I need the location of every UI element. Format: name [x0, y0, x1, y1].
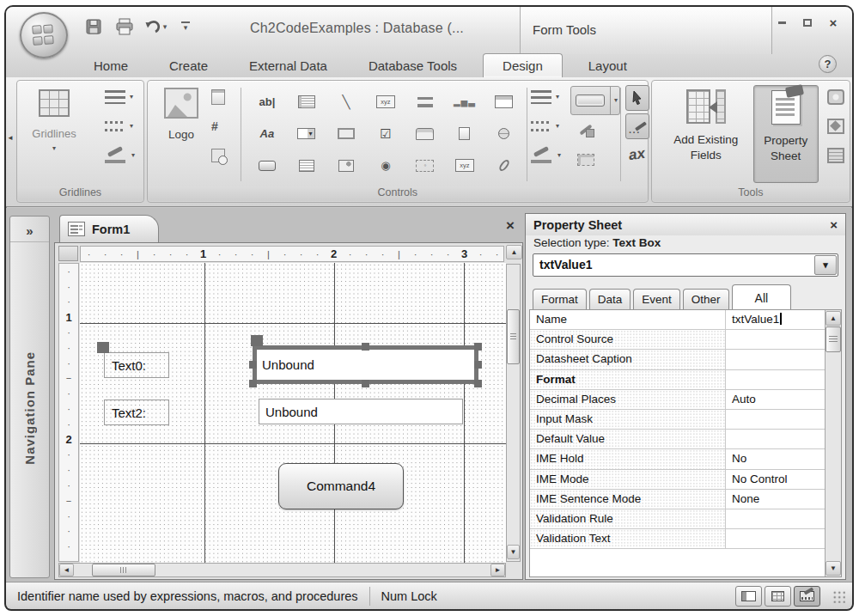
resize-handle[interactable]	[474, 380, 482, 387]
label-icon[interactable]: Aa	[247, 118, 287, 149]
add-existing-fields-button[interactable]: Add ExistingFields	[662, 85, 750, 163]
toggle-button-icon[interactable]	[287, 86, 326, 118]
command4-button[interactable]: Command4	[278, 463, 404, 509]
horizontal-scroll-thumb[interactable]	[92, 564, 155, 576]
move-handle[interactable]	[97, 342, 109, 353]
property-value[interactable]	[726, 410, 825, 429]
property-row-validation-text[interactable]: Validation Text	[530, 529, 825, 549]
scroll-right-icon[interactable]: ►	[490, 564, 505, 576]
minimize-button[interactable]	[775, 17, 789, 28]
activex-controls-button[interactable]: ax	[625, 142, 649, 168]
property-row-ime-mode[interactable]: IME ModeNo Control	[530, 470, 825, 490]
use-control-wizards-button[interactable]	[625, 113, 649, 139]
maximize-button[interactable]	[801, 17, 814, 28]
save-button[interactable]	[82, 16, 106, 37]
property-row-format[interactable]: Format	[530, 370, 825, 390]
tab-home[interactable]: Home	[78, 54, 143, 77]
label-text2[interactable]: Text2:	[104, 399, 169, 425]
property-tab-other[interactable]: Other	[683, 289, 729, 309]
property-value[interactable]	[726, 430, 825, 448]
insert-page-icon[interactable]	[445, 118, 484, 149]
move-handle[interactable]	[251, 335, 263, 346]
combo-box-icon[interactable]	[287, 118, 326, 149]
property-row-ime-hold[interactable]: IME HoldNo	[530, 449, 825, 469]
tab-order-button[interactable]	[827, 88, 844, 107]
property-row-decimal-places[interactable]: Decimal PlacesAuto	[530, 390, 825, 410]
scroll-up-icon[interactable]: ▲	[825, 311, 841, 326]
gridline-color-button[interactable]: ▾	[105, 146, 135, 165]
control-line-color-button[interactable]: ▾	[531, 146, 561, 165]
property-row-control-source[interactable]: Control Source	[530, 330, 825, 350]
set-control-defaults-button[interactable]: ▾	[570, 86, 620, 115]
control-line-width-button[interactable]: ▾	[531, 117, 561, 136]
hyperlink-icon[interactable]	[484, 118, 524, 149]
view-code-button[interactable]	[827, 117, 844, 136]
property-value[interactable]: None	[726, 490, 825, 509]
select-button[interactable]	[625, 85, 649, 111]
vertical-scroll-thumb[interactable]	[507, 309, 520, 364]
help-button[interactable]: ?	[819, 55, 837, 73]
tab-form1[interactable]: Form1	[59, 215, 159, 242]
property-scrollbar[interactable]: ▲ ▼	[825, 310, 841, 576]
property-tab-event[interactable]: Event	[633, 289, 680, 309]
property-value[interactable]	[726, 370, 825, 389]
property-value[interactable]: Auto	[726, 390, 825, 409]
customize-qat-button[interactable]: ▾	[181, 21, 190, 32]
property-tab-format[interactable]: Format	[533, 289, 587, 309]
expand-pane-chevron-icon[interactable]: »	[10, 220, 49, 242]
date-time-button[interactable]	[211, 146, 225, 165]
undo-dropdown-caret[interactable]: ▾	[163, 23, 168, 31]
subform-icon[interactable]	[484, 86, 524, 118]
navigation-pane-collapsed[interactable]: » Navigation Pane	[9, 216, 50, 578]
select-all-button[interactable]	[577, 150, 594, 169]
property-row-datasheet-caption[interactable]: Datasheet Caption	[530, 350, 825, 369]
property-row-input-mask[interactable]: Input Mask	[530, 410, 825, 430]
scroll-up-icon[interactable]: ▲	[506, 245, 522, 259]
horizontal-scrollbar[interactable]: ◄ ►	[58, 563, 506, 577]
property-sheet-button[interactable]: PropertySheet	[753, 85, 819, 183]
page-numbers-button[interactable]: #	[211, 117, 225, 136]
tab-create[interactable]: Create	[154, 54, 223, 77]
close-property-sheet-icon[interactable]: ×	[830, 217, 838, 232]
tab-layout[interactable]: Layout	[573, 54, 643, 77]
command-button-icon[interactable]	[247, 149, 287, 181]
design-view-button[interactable]	[794, 586, 820, 607]
unbound-object-frame-icon[interactable]: xyz	[366, 86, 405, 118]
subform-new-window-button[interactable]	[827, 146, 844, 165]
label-text0[interactable]: Text0:	[104, 352, 169, 378]
property-value[interactable]: No	[726, 449, 825, 468]
rectangle-icon[interactable]	[326, 118, 366, 149]
ribbon-scroll-left-icon[interactable]: ◄	[7, 134, 14, 142]
print-button[interactable]	[113, 16, 137, 37]
chart-icon[interactable]: ▂▅▃	[445, 86, 484, 118]
gridline-style-button[interactable]: ▾	[105, 88, 135, 107]
office-button[interactable]	[20, 12, 68, 58]
property-value[interactable]	[726, 509, 825, 528]
object-selector-combo[interactable]: txtValue1 ▾	[533, 253, 838, 277]
vertical-scrollbar[interactable]: ▼	[506, 264, 521, 562]
form-selector[interactable]	[58, 246, 78, 261]
image-icon[interactable]	[326, 149, 366, 181]
property-tab-data[interactable]: Data	[589, 289, 631, 309]
set-defaults-button[interactable]	[577, 120, 594, 139]
option-button-icon[interactable]: ◉	[366, 149, 405, 181]
design-grid[interactable]: Text0: Unbound	[80, 263, 506, 563]
property-value[interactable]: No Control	[726, 470, 825, 489]
property-value[interactable]	[726, 350, 825, 369]
resize-handle[interactable]	[362, 343, 369, 351]
group-label-gridlines[interactable]: Gridlines	[17, 186, 143, 201]
undo-button[interactable]: ▾	[143, 16, 168, 37]
attachment-icon[interactable]	[484, 149, 524, 181]
option-group-icon[interactable]: ◦	[405, 149, 445, 181]
property-row-validation-rule[interactable]: Validation Rule	[530, 509, 825, 529]
property-row-name[interactable]: NametxtValue1	[530, 310, 825, 330]
bound-object-frame-icon[interactable]: xyz	[445, 149, 484, 181]
close-button[interactable]: ×	[826, 17, 840, 28]
property-tab-all[interactable]: All	[732, 284, 792, 309]
resize-handle[interactable]	[362, 380, 369, 387]
gridline-width-button[interactable]: ▾	[105, 117, 135, 136]
line-icon[interactable]: ╲	[326, 86, 366, 118]
page-break-icon[interactable]	[405, 86, 445, 118]
resize-handle[interactable]	[474, 361, 482, 369]
logo-button[interactable]: Logo	[158, 88, 204, 141]
